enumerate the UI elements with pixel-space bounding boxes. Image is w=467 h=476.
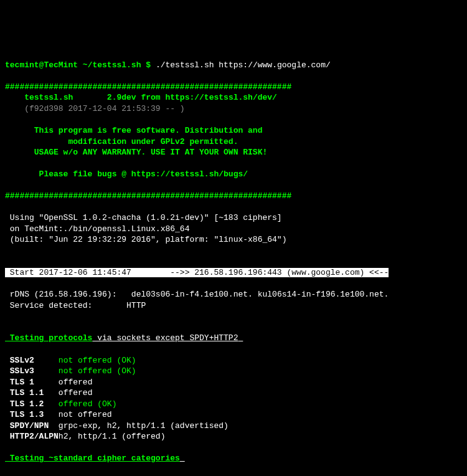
protocol-value: grpc-exp, h2, http/1.1 (advertised): [59, 421, 229, 431]
start-line: Start 2017-12-06 11:45:47 -->> 216.58.19…: [5, 268, 389, 277]
prompt-path: ~/testssl.sh: [83, 60, 141, 70]
protocol-name: TLS 1.3: [5, 410, 59, 419]
rdns-label: rDNS (216.58.196.196):: [5, 290, 116, 299]
protocol-value: offered: [59, 378, 93, 387]
protocols-heading-right: via sockets except SPDY+HTTP2: [92, 333, 238, 343]
protocols-heading-left: Testing protocols: [5, 333, 92, 343]
protocol-value: offered (OK): [59, 399, 117, 409]
protocol-value: not offered (OK): [59, 366, 136, 376]
using-line1: Using "OpenSSL 1.0.2-chacha (1.0.2i-dev)…: [5, 213, 282, 222]
protocol-name: TLS 1: [5, 378, 59, 387]
using-line2: on TecMint:./bin/openssl.Linux.x86_64: [5, 224, 189, 234]
protocol-name: TLS 1.2: [5, 399, 59, 409]
using-line3: (built: "Jun 22 19:32:29 2016", platform…: [5, 235, 286, 244]
terminal-output: tecmint@TecMint ~/testssl.sh $ ./testssl…: [5, 49, 462, 476]
service-value: HTTP: [126, 301, 146, 310]
rdns-value: del03s06-in-f4.1e100.net. kul06s14-in-f1…: [131, 290, 389, 299]
hashline-bottom: ########################################…: [5, 191, 291, 201]
desc-line3: USAGE w/o ANY WARRANTY. USE IT AT YOUR O…: [34, 148, 267, 157]
program-name: testssl.sh: [24, 93, 73, 102]
protocol-value: not offered (OK): [59, 356, 136, 365]
commit-info: (f92d398 2017-12-04 21:53:39 -- ): [24, 104, 184, 113]
prompt-symbol: $: [146, 60, 151, 70]
protocol-name: SPDY/NPN: [5, 421, 59, 431]
prompt-user: tecmint@TecMint: [5, 60, 78, 70]
protocol-name: TLS 1.1: [5, 388, 59, 397]
protocols-table: SSLv2 not offered (OK) SSLv3 not offered…: [5, 355, 462, 442]
desc-line1: This program is free software. Distribut…: [34, 126, 263, 135]
ciphers-heading: Testing ~standard cipher categories: [5, 454, 180, 463]
protocol-name: SSLv2: [5, 356, 59, 365]
desc-line2: modification under GPLv2 permitted.: [68, 137, 238, 146]
service-label: Service detected:: [5, 301, 92, 310]
protocol-value: not offered: [59, 410, 112, 419]
protocol-value: h2, http/1.1 (offered): [59, 432, 166, 441]
hashline-top: ########################################…: [5, 82, 291, 92]
protocol-name: SSLv3: [5, 366, 59, 376]
bugs-line: Please file bugs @ https://testssl.sh/bu…: [39, 169, 248, 179]
command-text: ./testssl.sh https://www.google.com/: [156, 60, 331, 70]
protocol-name: HTTP2/ALPN: [5, 432, 59, 441]
program-version: 2.9dev from https://testssl.sh/dev/: [107, 93, 277, 102]
protocol-value: offered: [59, 388, 93, 397]
